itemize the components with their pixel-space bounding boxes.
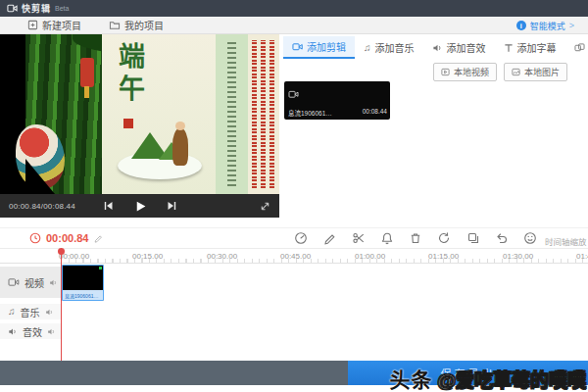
timeline-ruler[interactable]: 00:00.00 00:15.00 00:30.00 00:45.00 01:0…: [0, 248, 588, 264]
speed-icon[interactable]: [294, 231, 308, 245]
music-track-label[interactable]: ♫ 音乐: [0, 304, 61, 319]
clip-duration: 00:08.44: [363, 108, 387, 118]
undo-icon[interactable]: [495, 231, 509, 245]
copy-icon[interactable]: [466, 231, 480, 245]
local-video-button[interactable]: 本地视频: [433, 63, 497, 81]
video-track-label[interactable]: 视频: [0, 267, 61, 298]
artwork-red-seal: [123, 119, 133, 128]
ruler-tick-label: 01:00.00: [355, 252, 385, 261]
mute-toggle-icon[interactable]: [45, 308, 54, 317]
artwork-ornament: [80, 58, 94, 87]
ruler-tick-label: 01:45.00: [576, 252, 588, 261]
ruler-tick-label: 00:15.00: [132, 252, 163, 261]
ruler-tick-label: 00:45.00: [280, 252, 311, 261]
music-note-icon: ♫: [8, 307, 16, 317]
tab-add-subtitle[interactable]: 添加字幕: [495, 36, 565, 59]
clip-name: 息流1906061…: [288, 108, 332, 118]
tab-add-sound-effect[interactable]: 添加音效: [423, 36, 495, 59]
media-clip-card[interactable]: 息流1906061… 00:08.44: [284, 81, 390, 120]
timeline-toolbar: 00:00.84 时: [0, 227, 588, 248]
tab-label: 添加音效: [447, 40, 486, 55]
title-bar: 快剪辑 Beta: [0, 0, 588, 17]
tab-label: 添加音乐: [375, 40, 415, 55]
clock-icon: [29, 232, 41, 244]
fullscreen-button[interactable]: [260, 201, 270, 212]
my-projects-button[interactable]: 我的项目: [109, 18, 164, 32]
save-export-button[interactable]: 保存导出: [348, 361, 588, 385]
artwork-calligraphy-column: [227, 42, 236, 186]
current-time-display: 00:00.84: [29, 232, 103, 244]
app-logo-icon: [7, 3, 18, 14]
timeline-zoom-label: 时间轴缩放: [545, 235, 587, 247]
preview-screen[interactable]: 端午: [0, 34, 279, 194]
artwork-red-poem-text: [252, 40, 275, 188]
tab-add-clip[interactable]: 添加剪辑: [283, 36, 355, 59]
chevron-right-icon: >: [569, 21, 574, 30]
tab-add-music[interactable]: ♫ 添加音乐: [355, 36, 423, 59]
delete-icon[interactable]: [409, 231, 422, 245]
ruler-tick-label: 01:15.00: [428, 252, 459, 261]
artwork-poem-panel: [248, 34, 279, 194]
smart-mode-label: 智能模式: [530, 20, 565, 32]
track-label-text: 视频: [24, 275, 44, 290]
artwork-title-calligraphy: 端午: [116, 42, 142, 107]
app-name: 快剪辑: [22, 2, 51, 15]
artwork-wall: 端午: [102, 34, 216, 194]
clip-caption: 息流1906061… 00:08.44: [288, 108, 387, 118]
edit-time-icon[interactable]: [93, 233, 103, 243]
rotate-icon[interactable]: [437, 231, 451, 245]
playhead[interactable]: [61, 248, 62, 361]
beta-badge: Beta: [55, 5, 69, 12]
artwork-figure: [172, 128, 188, 166]
video-clip-icon: [292, 42, 303, 52]
timeline-tracks: 视频 息流1906061… ♫ 音乐 音效: [0, 264, 588, 361]
transition-icon: [574, 43, 585, 53]
current-time-value: 00:00.84: [46, 232, 88, 244]
transport-controls: [102, 200, 177, 213]
playback-bar: 00:00.84/00:08.44: [0, 194, 279, 218]
local-video-label: 本地视频: [454, 66, 489, 78]
play-button[interactable]: [133, 200, 146, 213]
media-panel: 添加剪辑 ♫ 添加音乐 添加音效 添加字幕 添加转场: [279, 34, 588, 227]
image-file-icon: [512, 68, 520, 76]
track-label-text: 音乐: [21, 305, 40, 319]
menu-bar: 新建项目 我的项目 智能模式 >: [0, 17, 588, 34]
music-track: ♫ 音乐: [0, 304, 588, 319]
edit-icon[interactable]: [322, 231, 336, 245]
smart-mode-link[interactable]: 智能模式 >: [516, 17, 574, 34]
bottom-bar: 保存导出: [0, 361, 588, 385]
sfx-track-label[interactable]: 音效: [0, 323, 61, 339]
ruler-tick-label: 01:30.00: [503, 252, 533, 261]
mute-toggle-icon[interactable]: [49, 278, 58, 287]
import-buttons: 本地视频 本地图片: [433, 63, 567, 81]
speaker-icon: [432, 43, 443, 53]
new-project-label: 新建项目: [42, 18, 81, 32]
sound-effect-track: 音效: [0, 323, 588, 339]
video-file-icon: [441, 68, 450, 76]
next-frame-button[interactable]: [166, 200, 177, 212]
bell-icon[interactable]: [380, 231, 394, 245]
tab-label: 添加字幕: [517, 40, 557, 55]
ruler-tick-label: 00:30.00: [207, 252, 237, 261]
tab-add-transition[interactable]: 添加转场: [565, 36, 588, 59]
speaker-icon: [8, 327, 18, 336]
tab-label: 添加剪辑: [307, 39, 346, 54]
timeline-video-clip[interactable]: 息流1906061…: [62, 265, 104, 301]
my-projects-label: 我的项目: [124, 18, 164, 32]
mute-toggle-icon[interactable]: [47, 327, 56, 336]
plus-square-icon: [27, 20, 38, 30]
new-project-button[interactable]: 新建项目: [27, 18, 81, 32]
local-image-button[interactable]: 本地图片: [504, 63, 567, 81]
cut-icon[interactable]: [352, 231, 366, 245]
timeline-clip-caption: 息流1906061…: [63, 290, 103, 300]
media-tabs: 添加剪辑 ♫ 添加音乐 添加音效 添加字幕 添加转场: [283, 36, 588, 59]
preview-frame-artwork: 端午: [25, 34, 279, 194]
local-image-label: 本地图片: [524, 66, 560, 78]
sticker-icon[interactable]: [523, 231, 537, 245]
text-icon: [504, 43, 514, 53]
artwork-green-column: [216, 34, 248, 194]
video-track: 视频 息流1906061…: [0, 267, 588, 298]
clip-tool-icons: [294, 231, 537, 245]
music-note-icon: ♫: [364, 43, 371, 53]
prev-frame-button[interactable]: [102, 200, 114, 212]
